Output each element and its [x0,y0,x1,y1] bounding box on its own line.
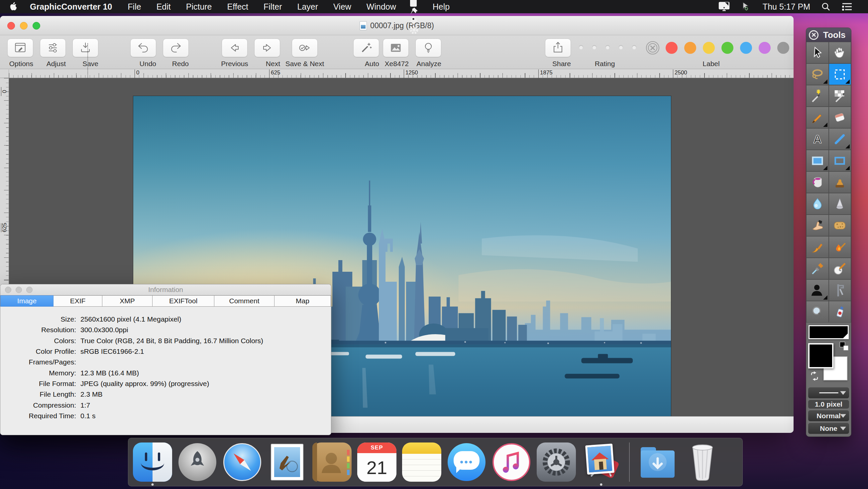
apple-menu[interactable] [9,2,18,12]
effect-dropdown[interactable]: None [808,423,849,434]
magic-wand-tool[interactable] [806,85,829,107]
menu-picture[interactable]: Picture [179,2,220,11]
text-tool[interactable]: A [806,128,829,150]
next-toolbar-button[interactable]: Next [254,38,280,68]
previous-toolbar-button[interactable]: Previous [222,38,248,68]
loupe-tool[interactable] [806,301,829,323]
current-color-swatch[interactable] [808,325,849,339]
dust-brush-tool[interactable] [806,236,829,258]
label-color-5[interactable] [740,42,752,54]
label-color-6[interactable] [759,42,771,54]
transparent-wand-tool[interactable] [829,85,851,107]
dock-trash[interactable] [683,443,722,482]
label-none-button[interactable] [646,41,659,55]
smudge-tool[interactable] [806,215,829,236]
dock-contacts[interactable] [312,443,351,482]
info-minimize-button[interactable] [16,287,22,293]
line-width-dropdown[interactable] [808,387,849,398]
pushpin-icon[interactable] [404,7,425,16]
menu-filter[interactable]: Filter [256,2,290,11]
sponge-tool[interactable] [829,215,851,236]
info-tab-comment[interactable]: Comment [214,295,275,306]
dock-notes[interactable] [402,443,441,482]
share-toolbar-button[interactable]: Share [545,38,571,68]
foreground-color-swatch[interactable] [808,343,833,368]
blend-mode-dropdown[interactable]: Normal [808,410,849,421]
dock-finder[interactable] [133,443,172,482]
menu-edit[interactable]: Edit [149,2,179,11]
xe8472-toolbar-button[interactable]: Xe8472 [383,38,409,68]
redo-toolbar-button[interactable]: Redo [163,38,189,68]
label-color-4[interactable] [721,42,734,54]
sharpen-tool[interactable] [829,193,851,215]
default-colors-icon[interactable] [840,342,848,351]
undo-toolbar-button[interactable]: Undo [130,38,156,68]
auto-toolbar-button[interactable]: Auto [353,38,379,68]
move-tool[interactable] [806,42,829,63]
glue-tool[interactable] [829,301,851,323]
info-close-button[interactable] [5,287,11,293]
analyze-toolbar-button[interactable]: Analyze [415,38,441,68]
gear-icon[interactable] [404,25,425,35]
tools-palette-titlebar[interactable]: Tools [806,28,851,42]
menu-effect[interactable]: Effect [220,2,256,11]
dock-mail[interactable] [268,443,307,482]
pointer-menu-icon[interactable] [735,1,757,12]
rating-dot-1[interactable] [579,45,583,50]
spotlight-icon[interactable] [815,2,836,11]
caliper-tool[interactable] [829,280,851,301]
line-tool[interactable] [829,128,851,150]
menu-help[interactable]: Help [425,2,457,12]
options-toolbar-button[interactable]: Options [7,38,33,68]
color-wheel-tool[interactable] [829,258,851,280]
info-tab-exif[interactable]: EXIF [54,295,102,306]
dock-calendar[interactable]: SEP21 [357,443,397,482]
adjust-toolbar-button[interactable]: Adjust [40,38,66,68]
rating-dot-4[interactable] [619,45,623,50]
save-next-toolbar-button[interactable]: Save & Next [292,38,318,68]
rating-dot-5[interactable] [632,45,637,50]
menu-view[interactable]: View [326,2,359,11]
eyedropper-tool[interactable] [806,258,829,280]
label-color-3[interactable] [703,42,715,54]
menu-window[interactable]: Window [359,2,404,11]
dock-downloads[interactable] [638,443,677,482]
brush-tool[interactable] [806,107,829,128]
clipboard-icon[interactable] [404,0,425,7]
notification-center-icon[interactable] [836,2,858,11]
label-color-1[interactable] [665,42,678,54]
dock-graphicconverter[interactable] [582,443,621,482]
menubar-clock[interactable]: Thu 5:17 PM [757,2,815,12]
silhouette-tool[interactable] [806,280,829,301]
tag-icon[interactable] [404,16,425,25]
dock-safari[interactable] [223,443,262,482]
menu-layer[interactable]: Layer [290,2,326,11]
paint-bucket-tool[interactable] [806,171,829,193]
dock-messages[interactable]: ••• [447,443,486,482]
lasso-tool[interactable] [806,63,829,85]
window-titlebar[interactable]: 00007.jpg (RGB/8) [0,16,794,35]
rect-frame-tool[interactable] [829,150,851,171]
save-toolbar-button[interactable]: Save [72,38,98,68]
app-menu-title[interactable]: GraphicConverter 10 [30,2,112,12]
eraser-tool[interactable] [829,107,851,128]
label-color-7[interactable] [777,42,789,54]
label-color-2[interactable] [684,42,696,54]
dock-system-preferences[interactable] [537,443,576,482]
info-zoom-button[interactable] [26,287,33,293]
info-tab-map[interactable]: Map [275,295,331,306]
tools-close-icon[interactable] [809,30,818,40]
info-tab-exiftool[interactable]: EXIFTool [153,295,214,306]
swap-colors-icon[interactable] [809,371,819,382]
info-tab-image[interactable]: Image [0,295,54,306]
filled-rect-tool[interactable] [806,150,829,171]
information-titlebar[interactable]: Information [0,284,331,295]
rating-dot-2[interactable] [592,45,596,50]
rect-select-tool[interactable] [829,63,851,85]
info-tab-xmp[interactable]: XMP [102,295,153,306]
blur-tool[interactable] [806,193,829,215]
display-menu-icon[interactable] [713,2,735,12]
menu-file[interactable]: File [120,2,149,11]
rating-dots[interactable] [579,45,637,50]
clone-stamp-tool[interactable] [829,171,851,193]
